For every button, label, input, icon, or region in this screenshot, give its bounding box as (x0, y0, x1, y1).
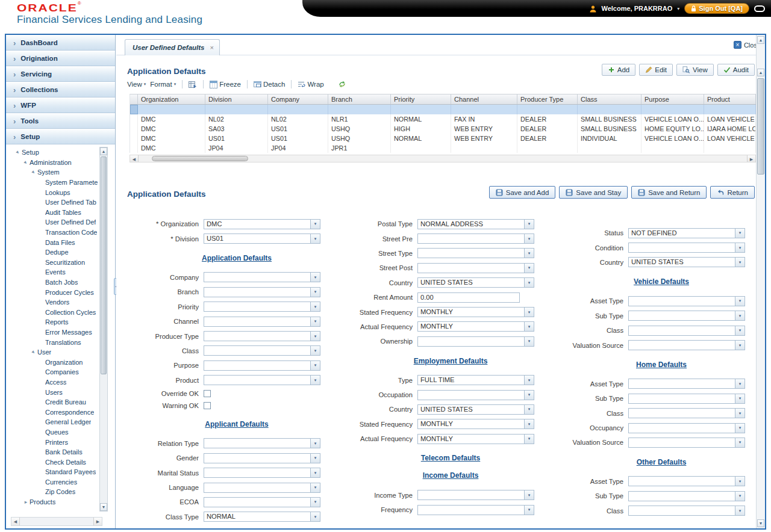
scroll-down-icon[interactable]: ▼ (100, 503, 107, 511)
tree-item-producer-cycles[interactable]: Producer Cycles (6, 287, 106, 297)
column-header-channel[interactable]: Channel (451, 94, 517, 104)
tree-item-vendors[interactable]: Vendors (6, 297, 106, 308)
field-class[interactable]: ▾ (628, 408, 745, 418)
sidebar-item-collections[interactable]: ›Collections (6, 82, 115, 97)
field-marital-status[interactable]: ▾ (204, 468, 320, 478)
dropdown-arrow-icon[interactable]: ▾ (735, 341, 744, 350)
field-status[interactable]: NOT DEFINED▾ (628, 228, 745, 238)
dropdown-arrow-icon[interactable]: ▾ (735, 326, 744, 335)
sidebar-item-origination[interactable]: ›Origination (6, 51, 115, 66)
disclosure-icon[interactable]: ▸ (22, 499, 30, 505)
field-country[interactable]: UNITED STATES▾ (417, 277, 534, 288)
scrollbar-thumb[interactable] (152, 156, 248, 161)
field-ecoa[interactable]: ▾ (204, 497, 320, 507)
export-grid-icon[interactable] (189, 81, 197, 88)
dropdown-arrow-icon[interactable]: ▾ (310, 439, 320, 448)
content-scrollbar[interactable]: ▲ ▲ ▼ (756, 35, 765, 528)
dropdown-arrow-icon[interactable]: ▾ (735, 424, 744, 433)
tree-item-user-defined-tab[interactable]: User Defined Tab (6, 197, 106, 208)
column-header-branch[interactable]: Branch (328, 94, 391, 104)
field-relation-type[interactable]: ▾ (204, 438, 320, 448)
field-language[interactable]: ▾ (204, 483, 320, 493)
dropdown-arrow-icon[interactable]: ▾ (310, 512, 320, 521)
tree-item-standard-payees[interactable]: Standard Payees (6, 467, 106, 477)
dropdown-arrow-icon[interactable]: ▾ (735, 297, 744, 306)
field-street-post[interactable]: ▾ (417, 263, 534, 273)
tree-item-general-ledger[interactable]: General Ledger (6, 417, 106, 427)
field-sub-type[interactable]: ▾ (628, 394, 745, 404)
scroll-up-icon[interactable]: ▲ (757, 69, 764, 76)
sidebar-scrollbar[interactable]: ▲ ▼ (99, 147, 108, 512)
field-sub-type[interactable]: ▾ (628, 311, 745, 321)
dropdown-arrow-icon[interactable]: ▾ (310, 288, 320, 297)
dropdown-arrow-icon[interactable]: ▾ (310, 376, 320, 385)
tree-item-printers[interactable]: Printers (6, 437, 106, 447)
tree-item-setup[interactable]: ▸Setup (6, 147, 106, 158)
column-header-class[interactable]: Class (578, 94, 641, 104)
tab-user-defined-defaults[interactable]: User Defined Defaults × (125, 39, 220, 55)
dropdown-arrow-icon[interactable]: ▾ (735, 492, 744, 501)
dropdown-arrow-icon[interactable]: ▾ (310, 468, 320, 477)
field-country[interactable]: UNITED STATES▾ (628, 257, 745, 267)
dropdown-arrow-icon[interactable]: ▾ (524, 308, 534, 317)
tree-item-error-messages[interactable]: Error Messages (6, 327, 106, 338)
dropdown-arrow-icon[interactable]: ▾ (524, 490, 534, 500)
save-and-return-button[interactable]: Save and Return (631, 186, 707, 199)
scroll-up-icon[interactable]: ▲ (100, 147, 107, 155)
tree-item-system[interactable]: ▸System (6, 167, 106, 178)
tree-item-credit-bureau[interactable]: Credit Bureau (6, 397, 106, 407)
field-branch[interactable]: ▾ (204, 287, 320, 297)
field-asset-type[interactable]: ▾ (628, 476, 745, 486)
field-purpose[interactable]: ▾ (204, 360, 320, 371)
tree-item-currencies[interactable]: Currencies (6, 477, 106, 487)
field-class-type[interactable]: NORMAL▾ (204, 512, 320, 522)
dropdown-arrow-icon[interactable]: ▾ (524, 405, 534, 414)
dropdown-arrow-icon[interactable]: ▾ (735, 243, 744, 252)
dropdown-arrow-icon[interactable]: ▾ (310, 317, 320, 326)
return-button[interactable]: Return (710, 186, 755, 199)
dropdown-arrow-icon[interactable]: ▾ (735, 409, 744, 418)
field-rent-amount[interactable]: 0.00 (417, 292, 520, 303)
scrollbar-thumb[interactable] (757, 78, 764, 175)
tree-item-batch-jobs[interactable]: Batch Jobs (6, 277, 106, 288)
save-and-stay-button[interactable]: Save and Stay (559, 186, 628, 199)
dropdown-arrow-icon[interactable]: ▾ (735, 394, 744, 403)
field-class[interactable]: ▾ (628, 506, 745, 516)
tree-item-user-defined-def[interactable]: User Defined Def (6, 217, 106, 227)
welcome-menu[interactable]: Welcome, PRAKRRAO (602, 5, 673, 12)
sidebar-item-wfp[interactable]: ›WFP (6, 97, 115, 113)
save-and-add-button[interactable]: Save and Add (489, 186, 556, 199)
sidebar-item-servicing[interactable]: ›Servicing (6, 66, 115, 82)
table-row[interactable]: DMCUS01US01USHQNORMALWEB ENTRYDEALERINDI… (130, 134, 756, 143)
tree-item-check-details[interactable]: Check Details (6, 457, 106, 467)
refresh-icon[interactable] (338, 80, 346, 88)
tree-item-companies[interactable]: Companies (6, 367, 106, 377)
field-actual-frequency[interactable]: MONTHLY▾ (417, 321, 534, 332)
field-condition[interactable]: ▾ (628, 243, 745, 253)
dropdown-arrow-icon[interactable]: ▾ (524, 435, 534, 444)
field-postal-type[interactable]: NORMAL ADDRESS▾ (417, 219, 534, 229)
column-header-purpose[interactable]: Purpose (641, 94, 704, 104)
column-header-division[interactable]: Division (205, 94, 268, 104)
dropdown-arrow-icon[interactable]: ▾ (735, 229, 744, 238)
tree-item-audit-tables[interactable]: Audit Tables (6, 208, 106, 218)
tree-item-correspondence[interactable]: Correspondence (6, 407, 106, 417)
field-income-type[interactable]: ▾ (417, 490, 534, 500)
column-header-company[interactable]: Company (268, 94, 328, 104)
dropdown-arrow-icon[interactable]: ▾ (524, 506, 534, 515)
dropdown-arrow-icon[interactable]: ▾ (524, 264, 534, 273)
scrollbar-thumb[interactable] (101, 156, 107, 374)
table-row[interactable] (130, 105, 756, 114)
dropdown-arrow-icon[interactable]: ▾ (524, 376, 534, 385)
tree-item-organization[interactable]: Organization (6, 357, 106, 367)
field-sub-type[interactable]: ▾ (628, 491, 745, 501)
dropdown-arrow-icon[interactable]: ▾ (310, 454, 320, 463)
dropdown-arrow-icon[interactable]: ▾ (735, 477, 744, 486)
tree-item-bank-details[interactable]: Bank Details (6, 447, 106, 457)
checkbox-override-ok[interactable] (204, 390, 211, 397)
sign-out-button[interactable]: Sign Out [QA] (684, 3, 749, 14)
dropdown-arrow-icon[interactable]: ▾ (524, 249, 534, 258)
sidebar-item-dashboard[interactable]: ›DashBoard (6, 35, 115, 51)
table-row[interactable]: DMCSA03US01USHQHIGHWEB ENTRYDEALERSMALL … (130, 124, 756, 134)
scroll-left-icon[interactable]: ◀ (130, 155, 139, 162)
